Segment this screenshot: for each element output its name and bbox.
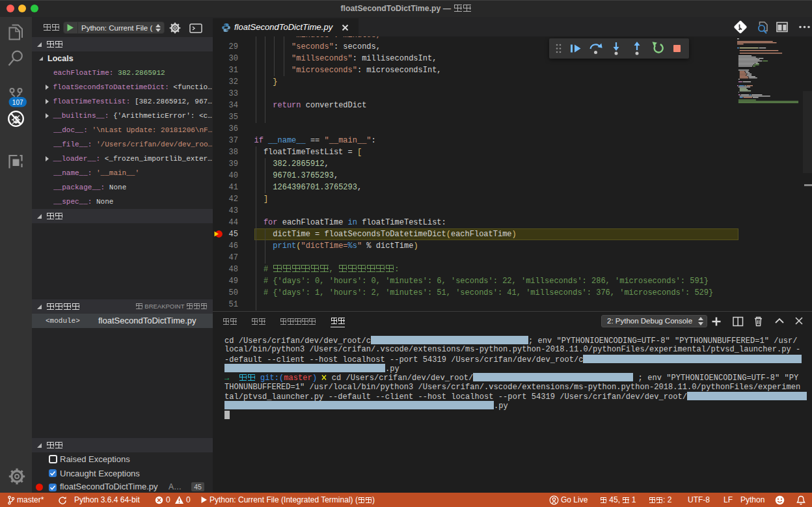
svg-text:107: 107 (12, 99, 23, 106)
